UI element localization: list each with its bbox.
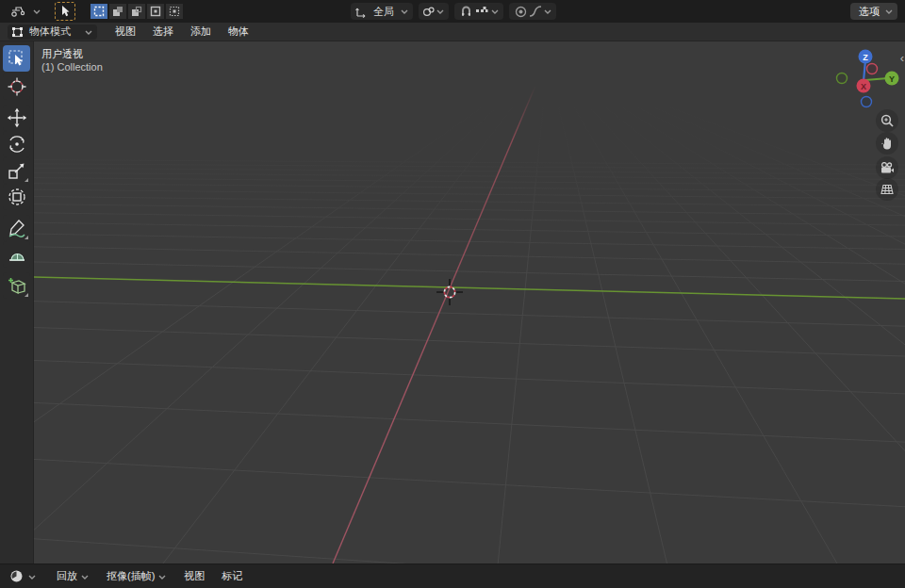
- keying-caret-icon: [157, 572, 167, 581]
- timeline-bar: 回放 抠像(插帧) 视图 标记 1: [0, 564, 905, 588]
- active-tool-cursor-icon[interactable]: [55, 2, 75, 21]
- gizmo-axis-neg-y[interactable]: [837, 74, 847, 84]
- gizmo-x-label: X: [861, 82, 866, 91]
- playback-caret-icon: [80, 572, 90, 581]
- subtool-indicator: [25, 236, 28, 239]
- snap-magnet-icon[interactable]: [458, 6, 473, 18]
- add-cube-tool[interactable]: [3, 272, 30, 299]
- snap-orientation-group: 全局: [351, 3, 556, 20]
- grid-distance-fade: [34, 41, 905, 279]
- menu-select[interactable]: 选择: [144, 24, 182, 39]
- transform-orientation-dropdown[interactable]: 全局: [351, 3, 413, 20]
- menu-markers[interactable]: 标记: [213, 569, 251, 583]
- options-caret-icon: [884, 7, 894, 16]
- pivot-point-dropdown[interactable]: [419, 3, 449, 20]
- snap-group: [454, 3, 503, 20]
- orientation-label: 全局: [368, 5, 400, 19]
- menu-object[interactable]: 物体: [220, 24, 257, 39]
- menu-view[interactable]: 视图: [107, 24, 144, 39]
- snap-caret-icon[interactable]: [490, 7, 500, 16]
- rotate-tool[interactable]: [3, 131, 30, 157]
- select-extend-icon[interactable]: [109, 4, 126, 19]
- proportional-editing-icon[interactable]: [513, 6, 528, 18]
- menu-playback[interactable]: 回放: [48, 569, 98, 583]
- axis-y-line: [34, 277, 905, 299]
- proportional-group: [509, 3, 556, 20]
- zoom-button[interactable]: [876, 109, 898, 132]
- camera-view-button[interactable]: [876, 156, 898, 179]
- select-mode-group: [90, 4, 183, 19]
- gizmo-y-label: Y: [889, 74, 895, 84]
- gizmo-z-label: Z: [863, 53, 868, 62]
- topbar: 全局 选项: [0, 0, 905, 23]
- annotate-tool[interactable]: [3, 215, 30, 241]
- viewport-3d[interactable]: Z Y X 用户透视 (1) Collection ‹: [34, 41, 905, 564]
- cursor-3d: [436, 279, 463, 305]
- select-set-icon[interactable]: [90, 4, 107, 19]
- orientation-caret-icon: [400, 7, 409, 16]
- viewport-canvas: Z Y X: [34, 41, 905, 564]
- scale-tool[interactable]: [3, 157, 30, 184]
- sidebar-collapse-arrow[interactable]: ‹: [900, 51, 904, 65]
- mode-label: 物体模式: [24, 24, 84, 39]
- subtool-indicator: [25, 293, 28, 297]
- timeline-editor-caret-icon[interactable]: [27, 572, 37, 581]
- pan-hand-button[interactable]: [876, 132, 898, 155]
- measure-tool[interactable]: [3, 241, 30, 268]
- tool-rail: [0, 41, 34, 564]
- orientation-axes-icon: [354, 6, 368, 18]
- select-subtract-icon[interactable]: [128, 4, 145, 19]
- gizmo-axis-neg-z[interactable]: [862, 97, 872, 107]
- select-intersect-icon[interactable]: [166, 4, 183, 19]
- editor-type-icon[interactable]: [4, 2, 32, 21]
- cursor-tool[interactable]: [3, 74, 30, 100]
- options-label: 选项: [854, 5, 884, 19]
- menu-add[interactable]: 添加: [182, 24, 220, 39]
- snap-target-icon[interactable]: [473, 6, 490, 17]
- mode-caret-icon: [84, 27, 93, 37]
- gizmo-axis-neg-x[interactable]: [867, 64, 878, 74]
- viewport-header: 物体模式 视图 选择 添加 物体: [0, 23, 905, 41]
- falloff-curve-icon[interactable]: [528, 6, 543, 17]
- timeline-editor-icon[interactable]: [5, 567, 27, 586]
- select-invert-icon[interactable]: [147, 4, 164, 19]
- move-tool[interactable]: [3, 105, 30, 131]
- pivot-point-icon: [422, 6, 436, 18]
- orthographic-grid-button[interactable]: [876, 178, 898, 201]
- menu-timeline-view[interactable]: 视图: [175, 569, 213, 583]
- menu-keying[interactable]: 抠像(插帧): [98, 569, 175, 583]
- editor-type-caret-icon[interactable]: [32, 7, 41, 16]
- mode-object-icon: [11, 26, 24, 38]
- transform-tool[interactable]: [3, 184, 30, 210]
- subtool-indicator: [25, 178, 28, 182]
- mode-dropdown[interactable]: 物体模式: [8, 24, 97, 40]
- viewport-info-text: 用户透视 (1) Collection: [41, 47, 103, 74]
- view-perspective-label: 用户透视: [41, 47, 103, 60]
- options-dropdown[interactable]: 选项: [850, 3, 897, 20]
- select-box-tool[interactable]: [3, 45, 30, 72]
- falloff-caret-icon[interactable]: [543, 7, 552, 16]
- pivot-caret-icon: [436, 7, 445, 16]
- collection-label: (1) Collection: [41, 60, 103, 74]
